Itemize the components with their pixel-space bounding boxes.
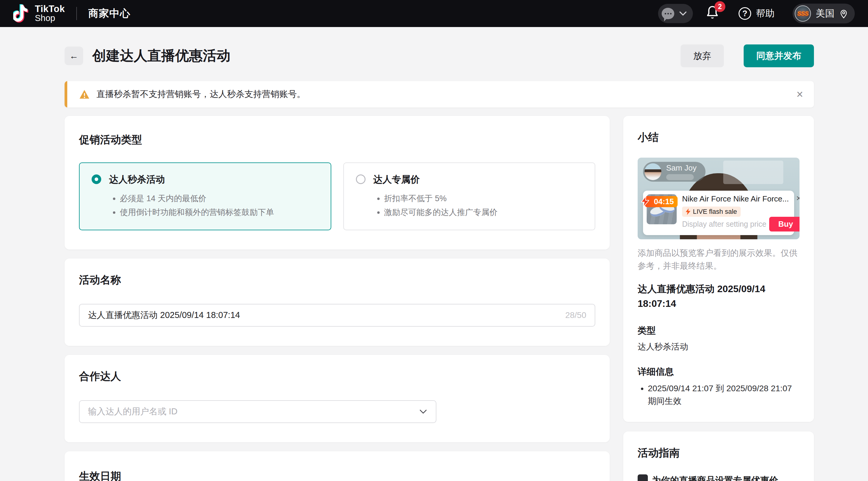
live-preview-image: Sam Joy 04:15 [638,158,800,239]
creator-select-field[interactable] [79,400,436,423]
sidebar-column: 小结 Sam Joy [623,116,814,481]
help-button[interactable]: ? 帮助 [739,7,775,20]
radio-unselected-icon[interactable] [356,174,366,184]
option-bullet: 折扣率不低于 5% [384,192,498,206]
lightning-bolt-icon [686,209,690,215]
guide-heading: 活动指南 [638,446,800,460]
brand-wordmark: TikTok Shop [35,4,65,23]
radio-selected-icon[interactable] [92,174,101,184]
summary-details-label: 详细信息 [638,366,800,378]
effective-date-card: 生效日期 [65,451,610,481]
option-bullet: 激励尽可能多的达人推广专属价 [384,206,498,220]
close-icon[interactable]: × [797,89,803,100]
brand-line2: Shop [35,14,65,23]
guide-item-text: 为你的直播商品设置专属优惠价 [652,474,778,481]
creator-search-input[interactable] [88,407,419,416]
streamer-name: Sam Joy [666,163,696,173]
summary-heading: 小结 [638,130,800,145]
back-button[interactable]: ← [65,46,83,65]
char-counter: 28/50 [565,311,586,320]
summary-note: 添加商品以预览客户看到的展示效果。仅供参考，并非最终结果。 [638,247,800,272]
creators-card: 合作达人 [65,355,610,442]
price-hint: Display after setting price [682,220,767,228]
tag-label: LIVE flash sale [693,208,737,216]
top-nav-bar: TikTok Shop 商家中心 2 ? 帮助 SSS 美国 [0,0,868,27]
account-region-button[interactable]: SSS 美国 [793,4,855,24]
close-icon: × [796,194,800,203]
option-title: 达人专属价 [373,173,498,186]
discard-button[interactable]: 放弃 [681,44,724,67]
header-divider [76,7,77,20]
warning-text: 直播秒杀暂不支持营销账号，达人秒杀支持营销账号。 [96,88,306,100]
timer-value: 04:15 [654,197,674,206]
seller-center-title: 商家中心 [88,7,130,21]
live-flash-sale-tag: LIVE flash sale [682,206,741,217]
promo-type-card: 促销活动类型 达人秒杀活动 必须是 14 天内的最低价 使用倒计时功能和额外的营… [65,116,610,250]
notifications-button[interactable]: 2 [706,5,719,22]
help-label: 帮助 [756,7,775,20]
flash-sale-timer: 04:15 [645,196,678,207]
region-label: 美国 [816,7,834,20]
tiktok-shop-logo[interactable]: TikTok Shop [13,4,65,23]
warning-banner: 直播秒杀暂不支持营销账号，达人秒杀支持营销账号。 × [65,81,814,107]
guide-card: 活动指南 为你的直播商品设置专属优惠价 [623,431,814,481]
summary-card: 小结 Sam Joy [623,116,814,422]
buy-button: Buy [769,217,800,231]
tiktok-note-icon [13,4,30,23]
streamer-name-pill: Sam Joy [643,162,706,182]
activity-name-card: 活动名称 28/50 [65,258,610,346]
option-bullet: 使用倒计时功能和额外的营销标签鼓励下单 [120,206,274,220]
activity-name-field: 28/50 [79,304,595,327]
streamer-subpill [666,174,694,180]
guide-bullet-icon [638,474,648,481]
option-title: 达人秒杀活动 [109,173,274,186]
summary-type-label: 类型 [638,325,800,337]
messages-button[interactable] [658,4,693,23]
option-exclusive-price[interactable]: 达人专属价 折扣率不低于 5% 激励尽可能多的达人推广专属价 [343,162,596,230]
effective-date-heading: 生效日期 [79,469,595,481]
option-bullet: 必须是 14 天内的最低价 [120,192,274,206]
summary-activity-name: 达人直播优惠活动 2025/09/14 18:07:14 [638,282,800,311]
chat-bubble-icon [662,8,674,19]
lightning-bolt-icon [641,196,649,207]
product-thumbnail: 04:15 [647,194,677,224]
activity-name-input[interactable] [88,310,559,320]
creators-heading: 合作达人 [79,369,595,383]
brand-line1: TikTok [35,4,65,14]
option-flash-sale[interactable]: 达人秒杀活动 必须是 14 天内的最低价 使用倒计时功能和额外的营销标签鼓励下单 [79,162,331,230]
product-title: Nike Air Force Nike Air Force... [682,194,800,203]
activity-name-heading: 活动名称 [79,273,595,287]
guide-item[interactable]: 为你的直播商品设置专属优惠价 [638,474,800,481]
notification-count-badge: 2 [715,1,725,12]
promo-type-heading: 促销活动类型 [79,133,595,147]
streamer-avatar [645,163,661,180]
main-column: 促销活动类型 达人秒杀活动 必须是 14 天内的最低价 使用倒计时功能和额外的营… [65,116,610,481]
page-content: ← 创建达人直播优惠活动 放弃 同意并发布 直播秒杀暂不支持营销账号，达人秒杀支… [0,27,868,481]
warning-triangle-icon [79,90,90,99]
preview-overlay-panel [723,161,783,184]
agree-publish-button[interactable]: 同意并发布 [744,44,814,67]
chevron-down-icon [419,409,427,414]
location-pin-icon [839,8,848,19]
preview-product-card: 04:15 Nike Air Force Nike Air Force... ×… [643,191,794,235]
page-title: 创建达人直播优惠活动 [92,46,230,65]
summary-type-value: 达人秒杀活动 [638,341,800,352]
chevron-down-icon [679,11,687,16]
question-mark-icon: ? [739,7,751,20]
page-header-row: ← 创建达人直播优惠活动 放弃 同意并发布 [65,44,814,67]
summary-detail-item: 2025/09/14 21:07 到 2025/09/28 21:07 期间生效 [648,382,800,408]
avatar: SSS [795,5,811,22]
